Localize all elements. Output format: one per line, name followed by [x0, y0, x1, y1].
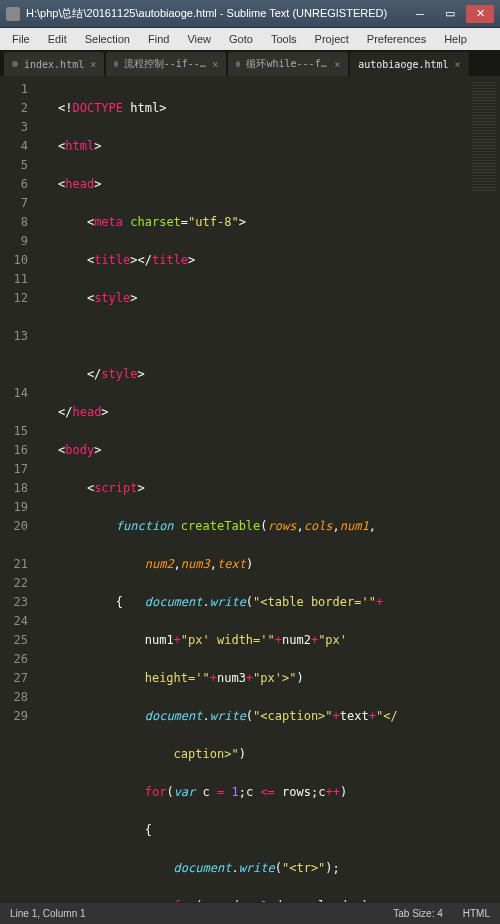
- menu-find[interactable]: Find: [140, 31, 177, 47]
- close-button[interactable]: ✕: [466, 5, 494, 23]
- line-number: 3: [0, 118, 28, 137]
- status-syntax[interactable]: HTML: [463, 908, 490, 919]
- line-number: 6: [0, 175, 28, 194]
- menu-project[interactable]: Project: [307, 31, 357, 47]
- tab-label: 循环while---for.html: [246, 57, 328, 71]
- line-number: 13: [0, 327, 28, 346]
- line-number: 28: [0, 688, 28, 707]
- tab-close-icon[interactable]: ×: [90, 59, 96, 70]
- line-number: 27: [0, 669, 28, 688]
- line-number: 20: [0, 517, 28, 536]
- line-number: 11: [0, 270, 28, 289]
- tab-index[interactable]: index.html ×: [4, 52, 104, 76]
- line-number: 9: [0, 232, 28, 251]
- tab-dirty-icon: [114, 61, 117, 67]
- maximize-button[interactable]: ▭: [436, 5, 464, 23]
- line-number: 10: [0, 251, 28, 270]
- line-number: 7: [0, 194, 28, 213]
- minimize-button[interactable]: ─: [406, 5, 434, 23]
- line-number: 23: [0, 593, 28, 612]
- app-icon: [6, 7, 20, 21]
- menu-goto[interactable]: Goto: [221, 31, 261, 47]
- tab-label: autobiaoge.html: [358, 59, 448, 70]
- line-number: 14: [0, 384, 28, 403]
- line-number: 16: [0, 441, 28, 460]
- line-number: 18: [0, 479, 28, 498]
- status-cursor-position[interactable]: Line 1, Column 1: [10, 908, 86, 919]
- line-number: 8: [0, 213, 28, 232]
- tab-autobiaoge[interactable]: autobiaoge.html ×: [350, 52, 468, 76]
- line-gutter: 1 2 3 4 5 6 7 8 9 10 11 12 13 14 15 16 1…: [0, 76, 36, 902]
- menu-selection[interactable]: Selection: [77, 31, 138, 47]
- line-number: 24: [0, 612, 28, 631]
- minimap-preview: [472, 82, 496, 192]
- menu-file[interactable]: File: [4, 31, 38, 47]
- tab-label: index.html: [24, 59, 84, 70]
- line-number: 12: [0, 289, 28, 308]
- line-number: 22: [0, 574, 28, 593]
- menu-view[interactable]: View: [179, 31, 219, 47]
- line-number: 21: [0, 555, 28, 574]
- line-number: 17: [0, 460, 28, 479]
- line-number: 2: [0, 99, 28, 118]
- tab-close-icon[interactable]: ×: [334, 59, 340, 70]
- line-number: 5: [0, 156, 28, 175]
- tab-loop[interactable]: 循环while---for.html ×: [228, 52, 348, 76]
- line-number: 26: [0, 650, 28, 669]
- line-number: 4: [0, 137, 28, 156]
- menu-preferences[interactable]: Preferences: [359, 31, 434, 47]
- tab-dirty-icon: [12, 61, 18, 67]
- menu-edit[interactable]: Edit: [40, 31, 75, 47]
- minimap[interactable]: [468, 76, 500, 902]
- window-controls: ─ ▭ ✕: [406, 5, 494, 23]
- code-area[interactable]: <!DOCTYPE html> <html> <head> <meta char…: [50, 76, 468, 902]
- tab-label: 流程控制--if--switch.html: [124, 57, 206, 71]
- window-titlebar: H:\php\总结\20161125\autobiaoge.html - Sub…: [0, 0, 500, 28]
- tab-close-icon[interactable]: ×: [212, 59, 218, 70]
- status-tab-size[interactable]: Tab Size: 4: [393, 908, 442, 919]
- line-number: 1: [0, 80, 28, 99]
- window-title: H:\php\总结\20161125\autobiaoge.html - Sub…: [26, 6, 406, 21]
- line-number: 19: [0, 498, 28, 517]
- menu-tools[interactable]: Tools: [263, 31, 305, 47]
- status-bar: Line 1, Column 1 Tab Size: 4 HTML: [0, 902, 500, 924]
- menu-bar: File Edit Selection Find View Goto Tools…: [0, 28, 500, 50]
- fold-gutter: [36, 76, 50, 902]
- line-number: 25: [0, 631, 28, 650]
- menu-help[interactable]: Help: [436, 31, 475, 47]
- line-number: 15: [0, 422, 28, 441]
- line-number: 29: [0, 707, 28, 726]
- tab-bar: index.html × 流程控制--if--switch.html × 循环w…: [0, 50, 500, 76]
- tab-close-icon[interactable]: ×: [455, 59, 461, 70]
- tab-flow[interactable]: 流程控制--if--switch.html ×: [106, 52, 226, 76]
- editor[interactable]: 1 2 3 4 5 6 7 8 9 10 11 12 13 14 15 16 1…: [0, 76, 500, 902]
- tab-dirty-icon: [236, 61, 240, 67]
